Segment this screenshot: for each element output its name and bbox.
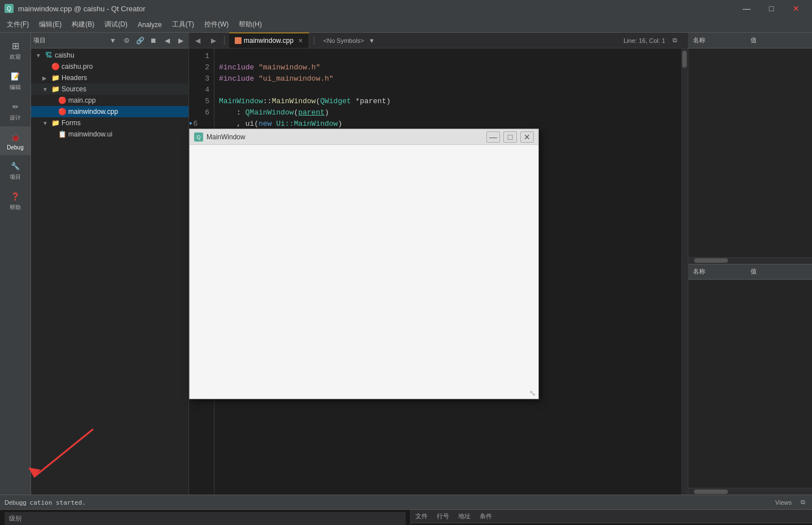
tree-item-headers[interactable]: ▶ 📁 Headers (31, 72, 188, 83)
headers-folder-icon: 📁 (51, 73, 60, 82)
tab-cpp-icon (235, 37, 242, 44)
editor-scrollbar-v[interactable] (681, 48, 688, 495)
views-btn[interactable]: Views (772, 499, 795, 506)
debug-left-header: 级别 (5, 512, 406, 525)
debug-left-panel: 级别 (0, 510, 410, 525)
sidebar-label-help: 帮助 (10, 204, 21, 211)
watch-header: 名称 值 (688, 33, 812, 48)
project-panel: 项目 ▼ ⚙ 🔗 ⏹ ◀ ▶ ▼ 🏗 caishu 🔴 caishu.pro (31, 33, 189, 495)
project-toolbar: 项目 ▼ ⚙ 🔗 ⏹ ◀ ▶ (31, 33, 188, 48)
fw-title: MainWindow (207, 133, 483, 141)
next-btn[interactable]: ▶ (175, 35, 186, 46)
debug-output-text: cation started. (30, 498, 769, 506)
editor-topbar-right: Line: 16, Col: 1 ⧉ (624, 34, 686, 47)
tree-item-caishupro[interactable]: 🔴 caishu.pro (31, 61, 188, 72)
forms-folder-icon: 📁 (51, 118, 60, 127)
sources-folder-icon: 📁 (51, 85, 60, 94)
tree-item-caishu[interactable]: ▼ 🏗 caishu (31, 50, 188, 61)
watch-scrollbar-h[interactable] (688, 257, 812, 264)
link-btn[interactable]: 🔗 (134, 35, 146, 46)
editor-tab-mainwindowcpp[interactable]: mainwindow.cpp ✕ (229, 33, 309, 48)
tree-item-maincpp[interactable]: 🔴 main.cpp (31, 95, 188, 106)
floating-mainwindow[interactable]: Q MainWindow — □ ✕ ⤡ (189, 129, 539, 399)
stop-btn-tree[interactable]: ⏹ (148, 35, 159, 46)
title-left: Q mainwindow.cpp @ caishu - Qt Creator (5, 4, 146, 13)
col-level: 级别 (9, 514, 21, 523)
mainwindowcpp-icon: 🔴 (58, 107, 67, 116)
debugger-label: Debugg (5, 499, 27, 506)
menu-item-f[interactable]: 文件(F) (2, 17, 33, 32)
bottom-area: Debugg cation started. Views ⧉ 级别 文件 行号 … (0, 495, 812, 525)
watch2-header: 名称 值 (688, 264, 812, 280)
menu-item-h[interactable]: 帮助(H) (234, 17, 266, 32)
sidebar-label-project: 项目 (10, 173, 21, 181)
sidebar-item-design[interactable]: ✏ 设计 (0, 96, 30, 126)
sidebar-label-welcome: 欢迎 (10, 53, 21, 61)
arrow-caishu: ▼ (36, 52, 42, 59)
debug-right-panel: 文件 行号 地址 条件 (410, 510, 812, 525)
watch2-scrollthumb[interactable] (694, 489, 728, 494)
col-condition: 条件 (480, 512, 492, 520)
fw-app-icon: Q (194, 133, 203, 142)
sidebar-item-project[interactable]: 🔧 项目 (0, 155, 30, 186)
sidebar-item-debug[interactable]: 🐞 Debug (0, 126, 30, 155)
minimize-button[interactable]: — (735, 0, 758, 17)
tree-item-forms[interactable]: ▼ 📁 Forms (31, 117, 188, 129)
window-controls: — □ ✕ (735, 0, 807, 17)
symbol-selector[interactable]: <No Symbols> ▼ (323, 37, 375, 44)
tree-label-maincpp: main.cpp (68, 96, 96, 104)
tab-separator (224, 36, 225, 45)
tree-item-mainwindowui[interactable]: 📋 mainwindow.ui (31, 129, 188, 140)
sidebar-item-help[interactable]: ❓ 帮助 (0, 186, 30, 216)
pro-file-icon: 🔴 (51, 62, 60, 71)
tree-label-mainwindowcpp: mainwindow.cpp (68, 108, 118, 116)
fw-close-btn[interactable]: ✕ (520, 131, 534, 143)
arrow-headers: ▶ (42, 75, 49, 81)
maximize-button[interactable]: □ (760, 0, 783, 17)
menu-item-d[interactable]: 调试(D) (100, 17, 132, 32)
app-icon: Q (5, 4, 14, 13)
tree-label-caishu: caishu (55, 51, 74, 59)
debug-output: 级别 文件 行号 地址 条件 (0, 510, 812, 525)
tab-close-btn[interactable]: ✕ (298, 37, 303, 45)
project-file-icon: 🏗 (44, 51, 53, 60)
window-title: mainwindow.cpp @ caishu - Qt Creator (18, 5, 146, 13)
tree-item-mainwindowcpp[interactable]: 🔴 mainwindow.cpp (31, 106, 188, 117)
menu-item-analyze[interactable]: Analyze (133, 19, 166, 31)
arrow-forms: ▼ (42, 120, 49, 126)
sidebar: ⊞ 欢迎 📝 编辑 ✏ 设计 🐞 Debug 🔧 项目 ❓ 帮助 (0, 33, 31, 495)
sidebar-item-welcome[interactable]: ⊞ 欢迎 (0, 35, 30, 65)
watch-col1: 名称 (693, 36, 750, 45)
menu-item-t[interactable]: 工具(T) (168, 17, 199, 32)
editor-scrollthumb[interactable] (682, 51, 687, 68)
sidebar-label-design: 设计 (10, 114, 21, 122)
sidebar-label-edit: 编辑 (10, 83, 21, 91)
welcome-icon: ⊞ (9, 39, 21, 52)
menu-item-w[interactable]: 控件(W) (200, 17, 233, 32)
close-button[interactable]: ✕ (785, 0, 807, 17)
fw-minimize-btn[interactable]: — (486, 131, 500, 143)
tree-item-sources[interactable]: ▼ 📁 Sources (31, 83, 188, 95)
debug-expand-btn[interactable]: ⧉ (798, 498, 807, 506)
nav-back-btn[interactable]: ◀ (191, 34, 204, 47)
prev-btn[interactable]: ◀ (161, 35, 173, 46)
project-icon: 🔧 (9, 160, 21, 172)
filter-btn[interactable]: ▼ (107, 35, 118, 46)
fw-maximize-btn[interactable]: □ (503, 131, 517, 143)
split-btn[interactable]: ⧉ (669, 34, 681, 47)
tree-label-headers: Headers (62, 74, 87, 82)
menu-item-b[interactable]: 构建(B) (67, 17, 99, 32)
menu-item-e[interactable]: 编辑(E) (34, 17, 66, 32)
line-col-display: Line: 16, Col: 1 (624, 37, 665, 44)
sidebar-label-debug: Debug (7, 144, 23, 151)
filter-btn2[interactable]: ⚙ (121, 35, 132, 46)
debug-right-header: 文件 行号 地址 条件 (411, 510, 812, 523)
col-file: 文件 (415, 512, 428, 520)
watch-scrollthumb[interactable] (694, 258, 728, 263)
nav-fwd-btn[interactable]: ▶ (207, 34, 220, 47)
watch2-scrollbar-h[interactable] (688, 488, 812, 495)
fw-resize-handle[interactable]: ⤡ (529, 389, 536, 398)
help-icon: ❓ (9, 190, 21, 202)
debug-icon: 🐞 (9, 131, 21, 143)
sidebar-item-edit[interactable]: 📝 编辑 (0, 65, 30, 96)
